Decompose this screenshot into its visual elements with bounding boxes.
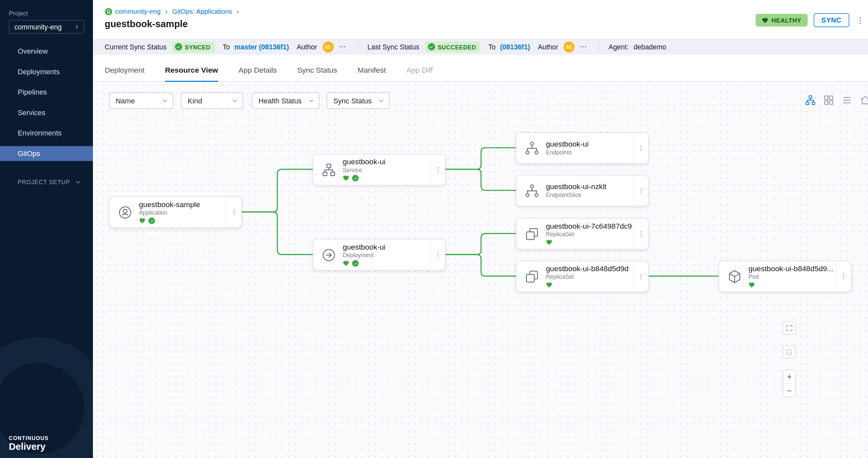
grid-view-icon: [823, 95, 834, 106]
health-heart-icon: [343, 260, 349, 267]
breadcrumb-section-link[interactable]: GitOps: Applications: [172, 8, 232, 16]
node-body: guestbook-ui-7c64987dc9 ReplicaSet: [546, 222, 633, 246]
node-kind: Pod: [748, 273, 836, 281]
succeeded-badge-label: SUCCEEDED: [438, 43, 476, 50]
health-heart-icon: [546, 239, 553, 246]
page-title: guestbook-sample: [105, 19, 188, 30]
health-status-filter-select[interactable]: Health Status: [252, 92, 319, 109]
resource-node-endpointslice[interactable]: guestbook-ui-nzklt EndpointSlice: [516, 175, 649, 206]
health-heart-icon: [546, 282, 553, 288]
node-menu-button[interactable]: [226, 197, 242, 227]
kebab-menu-icon: [856, 16, 865, 25]
service-icon: [321, 162, 337, 177]
node-body: guestbook-sample Application: [139, 200, 226, 224]
fit-to-screen-button[interactable]: [783, 345, 796, 359]
node-menu-button[interactable]: [430, 155, 445, 185]
resource-node-service[interactable]: guestbook-ui Service: [313, 154, 446, 185]
tab-sync-status[interactable]: Sync Status: [297, 66, 337, 81]
chevron-right-icon: [235, 8, 241, 15]
project-selector[interactable]: community-eng: [9, 20, 84, 34]
list-view-button[interactable]: [841, 94, 853, 106]
sidebar-item-services[interactable]: Services: [0, 105, 93, 120]
more-options-button[interactable]: [338, 42, 348, 52]
node-title: guestbook-ui-b848d5d9...: [748, 264, 836, 272]
tab-resource-view[interactable]: Resource View: [165, 66, 218, 81]
resource-node-endpoints[interactable]: guestbook-ui Endpoints: [516, 132, 649, 164]
tab-deployment[interactable]: Deployment: [105, 66, 145, 81]
resource-node-replicaset-1[interactable]: guestbook-ui-7c64987dc9 ReplicaSet: [516, 218, 649, 249]
heart-icon: [762, 17, 768, 24]
tab-app-details[interactable]: App Details: [239, 66, 277, 81]
node-menu-button[interactable]: [633, 261, 648, 292]
ellipsis-icon: [579, 42, 588, 51]
sync-status-filter-select[interactable]: Sync Status: [327, 92, 390, 109]
sidebar-item-gitops[interactable]: GitOps: [0, 146, 93, 161]
main-content: community-eng GitOps: Applications guest…: [93, 0, 868, 458]
sidebar: Project community-eng Overview Deploymen…: [0, 0, 93, 458]
node-kind: Endpoints: [546, 149, 633, 156]
chevron-down-icon: [308, 97, 314, 104]
endpoints-icon: [524, 140, 540, 156]
author-avatar[interactable]: SC: [564, 41, 575, 52]
app-root: Project community-eng Overview Deploymen…: [0, 0, 868, 458]
tab-app-diff: App Diff: [406, 66, 433, 81]
tab-bar: Deployment Resource View App Details Syn…: [93, 55, 868, 82]
sidebar-item-deployments[interactable]: Deployments: [0, 64, 93, 79]
sidebar-item-pipelines[interactable]: Pipelines: [0, 85, 93, 100]
resource-node-deployment[interactable]: guestbook-ui Deployment: [313, 239, 446, 270]
tab-manifest[interactable]: Manifest: [358, 66, 386, 81]
clipped-view-button[interactable]: [859, 94, 868, 106]
node-menu-button[interactable]: [633, 133, 648, 163]
author-label: Author: [297, 43, 317, 51]
sidebar-item-environments[interactable]: Environments: [0, 126, 93, 141]
node-title: guestbook-ui: [343, 158, 430, 166]
zoom-out-button[interactable]: −: [783, 384, 795, 397]
sidebar-item-label: Overview: [18, 47, 48, 55]
brand-line-2: Delivery: [9, 441, 49, 453]
home-view-icon: [860, 95, 868, 106]
node-menu-button[interactable]: [430, 239, 445, 270]
node-menu-button[interactable]: [633, 219, 648, 249]
project-selector-value: community-eng: [14, 23, 62, 31]
node-status: [546, 239, 633, 246]
kebab-menu-icon: [637, 187, 645, 195]
node-title: guestbook-ui: [546, 140, 633, 148]
sync-button[interactable]: SYNC: [814, 13, 849, 27]
resource-node-replicaset-2[interactable]: guestbook-ui-b848d5d9d ReplicaSet: [516, 261, 649, 292]
tree-view-button[interactable]: [805, 94, 816, 106]
pod-icon: [727, 269, 742, 284]
brand-logo: CONTINUOUS Delivery: [9, 435, 49, 452]
resource-tree-canvas[interactable]: Name Kind Health Status Sync Status: [93, 82, 868, 458]
node-status: [139, 218, 226, 224]
sidebar-item-label: Environments: [18, 129, 62, 137]
app-menu-button[interactable]: [855, 14, 865, 26]
node-kind: Service: [343, 166, 430, 174]
resource-node-pod[interactable]: guestbook-ui-b848d5d9... Pod: [718, 261, 851, 292]
node-kind: EndpointSlice: [546, 191, 633, 199]
view-mode-toggles: [805, 94, 868, 106]
synced-badge: SYNCED: [172, 41, 215, 52]
name-filter-select[interactable]: Name: [109, 92, 173, 109]
application-icon: [118, 204, 133, 220]
chevron-right-icon: [163, 8, 169, 15]
author-avatar[interactable]: SC: [323, 41, 334, 52]
node-menu-button[interactable]: [836, 261, 851, 292]
chevron-down-icon: [162, 97, 168, 104]
sidebar-item-overview[interactable]: Overview: [0, 44, 93, 59]
node-title: guestbook-sample: [139, 200, 226, 208]
sidebar-nav: Overview Deployments Pipelines Services …: [0, 44, 93, 161]
node-menu-button[interactable]: [633, 175, 648, 206]
grid-view-button[interactable]: [823, 94, 835, 106]
node-kind: ReplicaSet: [546, 231, 633, 238]
last-revision-link[interactable]: (08136f1): [500, 43, 530, 51]
zoom-in-button[interactable]: +: [783, 370, 795, 383]
kind-filter-select[interactable]: Kind: [181, 92, 243, 109]
fullscreen-button[interactable]: [783, 322, 796, 335]
more-options-button[interactable]: [579, 42, 589, 52]
current-revision-link[interactable]: master (08136f1): [234, 43, 289, 51]
resource-node-application[interactable]: guestbook-sample Application: [109, 196, 242, 228]
project-label: Project: [9, 10, 84, 17]
breadcrumb-project-link[interactable]: community-eng: [115, 8, 161, 16]
filter-label: Sync Status: [333, 97, 371, 105]
project-setup-toggle[interactable]: PROJECT SETUP: [18, 178, 84, 185]
